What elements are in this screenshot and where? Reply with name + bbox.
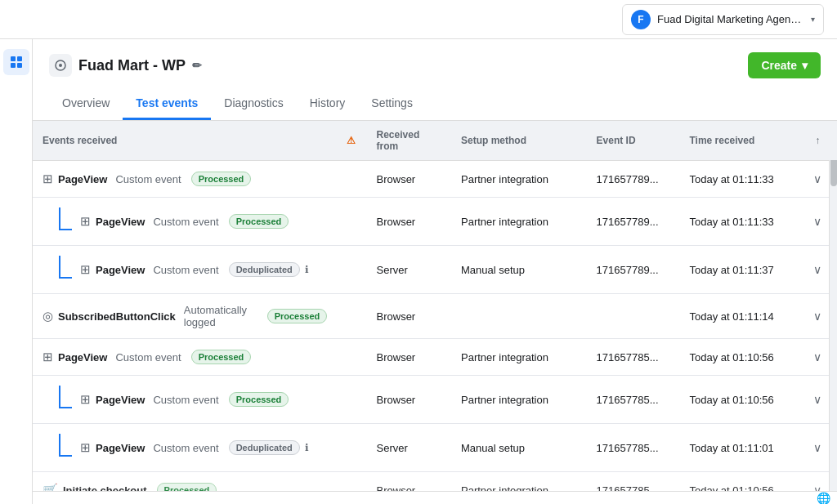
time-cell: Today at 01:10:56 [679, 339, 798, 376]
event-id-cell: 171657785... [587, 376, 680, 424]
content-area: Fuad Mart - WP ✏ Create ▾ Overview Test … [33, 39, 837, 504]
click-icon: ◎ [43, 309, 53, 323]
time-cell: Today at 01:11:01 [679, 424, 798, 472]
event-name: PageView [96, 442, 145, 454]
events-table: Events received ⚠ Received from Setup me… [33, 121, 837, 491]
setup-method-cell: Partner integration [451, 161, 587, 198]
info-icon[interactable]: ℹ [305, 442, 309, 453]
expand-button[interactable]: ∨ [808, 213, 826, 230]
alert-cell [337, 424, 366, 472]
account-avatar: F [631, 10, 651, 29]
time-cell: Today at 01:11:37 [679, 246, 798, 294]
col-event-id: Event ID [587, 121, 680, 161]
expand-button[interactable]: ∨ [808, 308, 826, 324]
event-cell: ⊞ PageView Custom event Processed [33, 339, 337, 376]
expand-button[interactable]: ∨ [808, 349, 826, 365]
received-from-cell: Browser [367, 339, 452, 376]
event-name: PageView [96, 264, 145, 276]
scrollbar-track[interactable] [829, 121, 837, 491]
event-cell: ⊞ PageView Custom event Deduplicated ℹ [33, 424, 337, 472]
event-id-cell: 171657785... [587, 339, 680, 376]
page-header: Fuad Mart - WP ✏ Create ▾ Overview Test … [33, 39, 837, 121]
setup-method-cell: Manual setup [451, 246, 587, 294]
event-name: Initiate checkout [63, 484, 147, 492]
alert-cell [337, 339, 366, 376]
event-name: PageView [96, 216, 145, 228]
page-icon: ⊞ [80, 214, 91, 229]
info-icon[interactable]: ℹ [305, 264, 309, 275]
account-selector[interactable]: F Fuad Digital Marketing Agency (1... ▾ [622, 4, 824, 35]
status-badge: Processed [191, 172, 252, 186]
time-cell: Today at 01:11:14 [679, 294, 798, 339]
received-from-cell: Browser [367, 161, 452, 198]
event-cell: ⊞ PageView Custom event Processed [33, 376, 337, 424]
status-badge: Processed [229, 392, 289, 407]
event-cell: ⊞ PageView Custom event Processed [33, 198, 337, 246]
event-cell: 🛒 Initiate checkout Processed [33, 472, 337, 492]
page-icon: ⊞ [80, 440, 91, 455]
status-badge: Deduplicated [229, 440, 300, 455]
event-type: Custom event [153, 442, 218, 454]
tab-settings[interactable]: Settings [358, 88, 426, 120]
table-row: ⊞ PageView Custom event Deduplicated ℹ S… [33, 246, 837, 294]
events-table-container: Events received ⚠ Received from Setup me… [33, 121, 837, 491]
table-row: ⊞ PageView Custom event Processed Browse… [33, 161, 837, 198]
event-type: Automatically logged [184, 304, 257, 328]
tab-overview[interactable]: Overview [49, 88, 123, 120]
received-from-cell: Browser [367, 472, 452, 492]
expand-button[interactable]: ∨ [808, 261, 826, 278]
time-cell: Today at 01:11:33 [679, 161, 798, 198]
status-badge: Processed [267, 309, 328, 323]
col-received-from: Received from [367, 121, 452, 161]
status-badge: Processed [229, 214, 289, 229]
alert-cell [337, 198, 366, 246]
alert-cell [337, 294, 366, 339]
event-type: Custom event [115, 173, 181, 185]
event-type: Custom event [153, 264, 218, 276]
sidebar-item-pixel[interactable] [3, 49, 29, 75]
event-type: Custom event [115, 351, 181, 364]
setup-method-cell: Partner integration [451, 198, 587, 246]
table-body: ⊞ PageView Custom event Processed Browse… [33, 161, 837, 492]
setup-method-cell: Partner integration [451, 339, 587, 376]
time-cell: Today at 01:10:56 [679, 472, 798, 492]
received-from-cell: Browser [367, 198, 452, 246]
table-row: ⊞ PageView Custom event Processed Browse… [33, 339, 837, 376]
tab-history[interactable]: History [297, 88, 359, 120]
alert-cell [337, 246, 366, 294]
col-time-received: Time received [679, 121, 798, 161]
svg-rect-0 [11, 56, 16, 61]
svg-rect-3 [17, 63, 22, 68]
pixel-icon [49, 54, 72, 77]
received-from-cell: Server [367, 424, 452, 472]
pixel-name: Fuad Mart - WP [78, 57, 186, 74]
expand-button[interactable]: ∨ [808, 391, 826, 408]
expand-button[interactable]: ∨ [808, 439, 826, 456]
event-name: PageView [58, 173, 107, 185]
alert-cell [337, 376, 366, 424]
create-button[interactable]: Create ▾ [748, 52, 821, 78]
tab-test-events[interactable]: Test events [123, 88, 211, 120]
expand-button[interactable]: ∨ [808, 171, 826, 187]
expand-button[interactable]: ∨ [808, 482, 826, 491]
page-icon: ⊞ [43, 350, 53, 364]
setup-method-cell: Manual setup [451, 424, 587, 472]
edit-icon[interactable]: ✏ [192, 59, 202, 72]
event-id-cell: 171657789... [587, 161, 680, 198]
event-name: SubscribedButtonClick [58, 310, 176, 323]
tab-diagnostics[interactable]: Diagnostics [211, 88, 296, 120]
event-cell: ⊞ PageView Custom event Deduplicated ℹ [33, 246, 337, 294]
setup-method-cell: Partner integration [451, 376, 587, 424]
tabs: Overview Test events Diagnostics History… [49, 88, 821, 120]
received-from-cell: Browser [367, 294, 452, 339]
svg-rect-1 [17, 56, 22, 61]
chevron-down-icon: ▾ [811, 15, 815, 24]
event-name: PageView [58, 351, 107, 364]
event-cell: ⊞ PageView Custom event Processed [33, 161, 337, 198]
top-bar: F Fuad Digital Marketing Agency (1... ▾ [0, 0, 837, 39]
event-cell: ◎ SubscribedButtonClick Automatically lo… [33, 294, 337, 339]
table-header: Events received ⚠ Received from Setup me… [33, 121, 837, 161]
event-type: Custom event [153, 394, 218, 406]
event-id-cell: 171657789... [587, 198, 680, 246]
table-row: ◎ SubscribedButtonClick Automatically lo… [33, 294, 837, 339]
